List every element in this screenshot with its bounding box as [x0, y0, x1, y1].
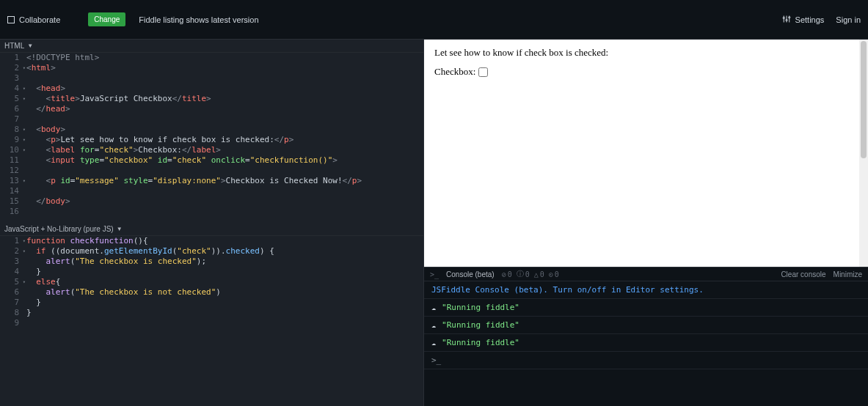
line-number: 14 [0, 186, 26, 196]
output-column: Let see how to know if check box is chec… [424, 40, 868, 406]
cloud-icon: ☁ [431, 303, 436, 311]
error-icon: ⊘ [502, 270, 506, 278]
line-number: 2▾ [0, 63, 26, 73]
minimize-console-button[interactable]: Minimize [834, 270, 862, 278]
info-icon: ⓘ [517, 269, 524, 279]
sliders-icon [782, 15, 791, 25]
cloud-icon: ☁ [431, 339, 436, 347]
line-number: 3 [0, 73, 26, 84]
console-log: "Running fiddle" [442, 320, 519, 330]
settings-label: Settings [795, 15, 825, 24]
warning-icon: △ [534, 270, 539, 278]
line-number: 5▾ [0, 94, 26, 104]
line-number: 6 [0, 287, 26, 298]
line-number: 12 [0, 166, 26, 176]
collaborate-label: Collaborate [19, 15, 60, 24]
js-pane-header[interactable]: JavaScript + No-Library (pure JS) ▼ [0, 223, 423, 236]
editor-column: HTML ▼ 1<!DOCTYPE html> 2▾<html> 3 4▾ <h… [0, 40, 424, 406]
preview-text: Let see how to know if check box is chec… [434, 47, 858, 59]
line-number: 16 [0, 207, 26, 217]
line-number: 9▾ [0, 135, 26, 145]
change-button[interactable]: Change [88, 12, 125, 26]
line-number: 3 [0, 256, 26, 267]
line-number: 9 [0, 318, 26, 328]
js-editor[interactable]: 1▾function checkfunction(){ 2▾ if ((docu… [0, 236, 423, 406]
checkbox-label: Checkbox: [434, 66, 475, 78]
html-pane-header[interactable]: HTML ▼ [0, 40, 423, 53]
line-number: 1▾ [0, 236, 26, 246]
console-log: "Running fiddle" [442, 338, 519, 347]
line-number: 4 [0, 267, 26, 277]
settings-button[interactable]: Settings [782, 15, 825, 25]
html-editor[interactable]: 1<!DOCTYPE html> 2▾<html> 3 4▾ <head> 5▾… [0, 53, 423, 223]
cloud-icon: ☁ [431, 321, 436, 329]
js-pane-label: JavaScript + No-Library (pure JS) [4, 225, 114, 233]
line-number: 13▾ [0, 176, 26, 186]
line-number: 4▾ [0, 84, 26, 94]
result-preview[interactable]: Let see how to know if check box is chec… [424, 40, 868, 267]
line-number: 15 [0, 196, 26, 207]
line-number: 1 [0, 53, 26, 63]
listing-status-text: Fiddle listing shows latest version [139, 15, 258, 24]
main-split: HTML ▼ 1<!DOCTYPE html> 2▾<html> 3 4▾ <h… [0, 40, 868, 406]
console-body[interactable]: JSFiddle Console (beta). Turn on/off in … [424, 281, 868, 406]
console-title: Console (beta) [446, 270, 495, 278]
line-number: 10▾ [0, 145, 26, 155]
line-number: 7 [0, 114, 26, 125]
line-number: 8▾ [0, 125, 26, 135]
line-number: 2▾ [0, 246, 26, 256]
topbar: Collaborate Change Fiddle listing shows … [0, 0, 868, 40]
html-pane-label: HTML [4, 42, 24, 50]
console-counters: ⊘0 ⓘ0 △0 ⊙0 [502, 269, 559, 279]
console-prompt[interactable]: >_ [431, 355, 441, 365]
line-number: 5▾ [0, 277, 26, 287]
chevron-down-icon: ▼ [27, 43, 33, 49]
clear-console-button[interactable]: Clear console [781, 270, 825, 278]
line-number: 6 [0, 104, 26, 114]
console-header: >_ Console (beta) ⊘0 ⓘ0 △0 ⊙0 Clear cons… [424, 267, 868, 281]
line-number: 8 [0, 308, 26, 318]
preview-scrollbar[interactable] [859, 40, 868, 267]
console-info-message: JSFiddle Console (beta). Turn on/off in … [431, 285, 704, 295]
chevron-down-icon: ▼ [117, 226, 123, 232]
console-log: "Running fiddle" [442, 303, 519, 312]
scrollbar-thumb[interactable] [861, 41, 867, 158]
log-icon: ⊙ [549, 270, 553, 278]
line-number: 11 [0, 155, 26, 166]
collaborate-button[interactable]: Collaborate [7, 15, 60, 24]
prompt-icon: >_ [430, 270, 439, 278]
sign-in-button[interactable]: Sign in [836, 15, 861, 24]
preview-checkbox[interactable] [478, 67, 488, 77]
line-number: 7 [0, 298, 26, 308]
collaborate-icon [7, 16, 15, 23]
